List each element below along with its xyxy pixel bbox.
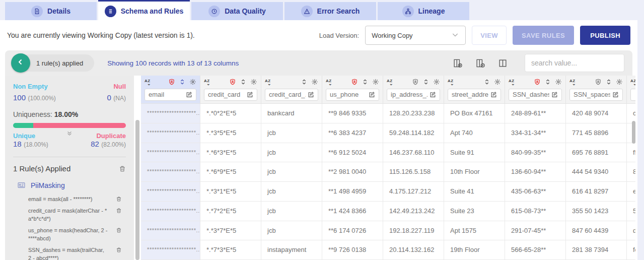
column-gear-icon[interactable] bbox=[616, 78, 623, 86]
header-icons: AZ⌄ bbox=[566, 76, 626, 89]
duplicate-value: 82 (82.00%) bbox=[91, 140, 126, 149]
column-name-input[interactable]: SSN_spaces bbox=[569, 89, 623, 101]
sort-arrows-icon[interactable] bbox=[483, 78, 490, 86]
tab-details[interactable]: Details bbox=[5, 2, 97, 20]
column-name-input[interactable]: street_addre... bbox=[448, 89, 501, 101]
search-value-input[interactable] bbox=[525, 54, 624, 72]
sort-arrows-icon[interactable] bbox=[544, 78, 551, 86]
sort-arrows-icon[interactable] bbox=[605, 78, 612, 86]
pii-shield-icon[interactable] bbox=[168, 78, 175, 86]
table-row: ********************...*.*0*2*E*5bankcar… bbox=[141, 104, 635, 123]
tab-data-quality[interactable]: Data Quality bbox=[191, 2, 283, 20]
az-sort-icon[interactable]: AZ⌄ bbox=[509, 79, 517, 86]
az-sort-icon[interactable]: AZ⌄ bbox=[387, 79, 395, 86]
delete-rule-icon[interactable] bbox=[116, 246, 122, 253]
column-header-email: AZ⌄email bbox=[141, 76, 200, 103]
column-name-input[interactable]: SSN_dashes bbox=[509, 89, 562, 101]
az-sort-icon[interactable]: AZ⌄ bbox=[265, 79, 273, 86]
toolbar-icons bbox=[453, 58, 508, 68]
delete-rule-icon[interactable] bbox=[116, 207, 122, 214]
duplicate-label: Duplicate bbox=[96, 132, 126, 140]
column-name: street_addre... bbox=[452, 91, 488, 98]
az-sort-icon[interactable]: AZ⌄ bbox=[326, 79, 334, 86]
column-gear-icon[interactable] bbox=[494, 78, 501, 86]
column-gear-icon[interactable] bbox=[433, 78, 440, 86]
pii-shield-icon[interactable] bbox=[229, 78, 236, 86]
column-name-input[interactable] bbox=[630, 89, 635, 101]
pii-shield-icon[interactable] bbox=[412, 78, 419, 86]
columns-view-icon[interactable] bbox=[498, 58, 508, 68]
cell-email: ********************... bbox=[141, 202, 200, 221]
column-name-input[interactable]: ip_address_... bbox=[387, 89, 440, 101]
rule-item: SSN_dashes = mask(trailChar, 2 - abcd***… bbox=[28, 246, 126, 260]
az-sort-icon[interactable]: AZ⌄ bbox=[569, 79, 578, 86]
column-gear-icon[interactable] bbox=[250, 78, 257, 86]
delete-all-rules-icon[interactable] bbox=[119, 165, 126, 173]
column-gear-icon[interactable] bbox=[311, 78, 318, 86]
grid-scrollbar-thumb[interactable] bbox=[632, 121, 635, 144]
tab-lineage[interactable]: Lineage bbox=[378, 2, 469, 20]
edit-pencil-icon[interactable] bbox=[369, 91, 375, 98]
back-button[interactable] bbox=[11, 53, 30, 73]
pii-masking-icon bbox=[17, 181, 26, 189]
cell-credit_card_...: jcb bbox=[261, 123, 322, 143]
edit-pencil-icon[interactable] bbox=[247, 91, 253, 98]
version-message: You are currently viewing Working Copy (… bbox=[7, 31, 195, 39]
cell-email: ********************... bbox=[141, 123, 200, 143]
version-actions: Load Version: Working Copy VIEW SAVE RUL… bbox=[319, 26, 630, 45]
column-name-input[interactable]: credit_card_... bbox=[265, 89, 318, 101]
publish-button[interactable]: PUBLISH bbox=[580, 26, 630, 45]
az-sort-icon[interactable]: AZ⌄ bbox=[630, 79, 635, 86]
pii-shield-icon[interactable] bbox=[351, 78, 358, 86]
sort-arrows-icon[interactable] bbox=[179, 78, 186, 86]
column-gear-icon[interactable] bbox=[555, 78, 562, 86]
cell-SSN_dashes: 615-08-73** bbox=[505, 202, 566, 221]
edit-pencil-icon[interactable] bbox=[430, 91, 436, 98]
table-row: ********************...*.*3*7*E*5jcb**6 … bbox=[141, 221, 635, 241]
grid-body: ********************...*.*0*2*E*5bankcar… bbox=[141, 104, 635, 260]
cell-street_addre...: Apt 740 bbox=[444, 123, 505, 143]
table-row: ********************...*.*6*9*E*5jcb**2 … bbox=[141, 162, 635, 182]
edit-pencil-icon[interactable] bbox=[612, 91, 619, 98]
cell-ip_address_...: 59.248.114.182 bbox=[383, 123, 444, 143]
delete-rule-icon[interactable] bbox=[116, 227, 122, 234]
column-gear-icon[interactable] bbox=[189, 78, 196, 86]
tab-error-search[interactable]: Error Search bbox=[284, 2, 376, 20]
column-name-input[interactable]: us_phone bbox=[326, 89, 379, 101]
column-name-input[interactable]: credit_card bbox=[204, 89, 257, 101]
rule-group-piimasking[interactable]: PiiMasking bbox=[13, 181, 126, 189]
sort-arrows-icon[interactable] bbox=[301, 78, 308, 86]
cell-credit_card: *.*6*9*E*5 bbox=[200, 162, 261, 181]
sort-arrows-icon[interactable] bbox=[240, 78, 247, 86]
null-label: Null bbox=[113, 83, 126, 90]
az-sort-icon[interactable]: AZ⌄ bbox=[145, 79, 153, 86]
edit-pencil-icon[interactable] bbox=[308, 91, 314, 98]
column-name: ip_address_... bbox=[391, 91, 427, 98]
table-row: ********************...*.*7*3*E*5instapa… bbox=[141, 240, 635, 260]
column-header-us_phone: AZ⌄us_phone bbox=[322, 76, 383, 103]
column-name-input[interactable]: email bbox=[145, 89, 196, 101]
sort-arrows-icon[interactable] bbox=[422, 78, 430, 86]
cell-street_addre...: 10th Floor bbox=[444, 162, 505, 181]
remove-column-icon[interactable] bbox=[475, 58, 485, 68]
az-sort-icon[interactable]: AZ⌄ bbox=[448, 79, 456, 86]
delete-rule-icon[interactable] bbox=[116, 196, 122, 203]
az-sort-icon[interactable]: AZ⌄ bbox=[204, 79, 212, 86]
edit-pencil-icon[interactable] bbox=[551, 91, 558, 98]
view-button[interactable]: VIEW bbox=[472, 26, 507, 45]
save-rules-button[interactable]: SAVE RULES bbox=[513, 26, 574, 45]
edit-pencil-icon[interactable] bbox=[186, 91, 192, 98]
tab-schema-and-rules[interactable]: Schema and Rules bbox=[98, 0, 190, 20]
cell-credit_card_...: jcb bbox=[261, 143, 322, 162]
expand-stats-chevron-icon[interactable] bbox=[65, 130, 74, 139]
load-version-select[interactable]: Working Copy bbox=[365, 26, 466, 45]
add-column-icon[interactable] bbox=[453, 58, 462, 68]
column-gear-icon[interactable] bbox=[372, 78, 379, 86]
stats-block: Non Empty Null 100 (100.00%) 0 (NA) Uniq… bbox=[13, 83, 126, 157]
cell-us_phone: **1 424 8366 bbox=[322, 202, 383, 221]
sort-arrows-icon[interactable] bbox=[362, 78, 369, 86]
pii-shield-icon[interactable] bbox=[595, 78, 602, 86]
edit-pencil-icon[interactable] bbox=[490, 91, 497, 98]
pii-shield-icon[interactable] bbox=[534, 78, 541, 86]
sidebar-scrollbar-thumb[interactable] bbox=[135, 120, 139, 260]
